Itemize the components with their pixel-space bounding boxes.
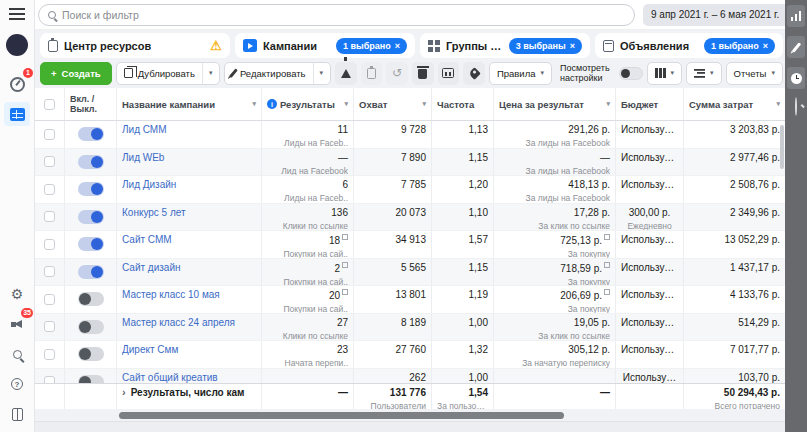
campaigns-selected-pill[interactable]: 1 выбрано × (336, 38, 407, 54)
duplicate-button[interactable]: Дублировать ▾ (116, 62, 221, 85)
campaign-name-link[interactable]: Сайт СММ (122, 231, 256, 246)
row-checkbox[interactable] (44, 294, 55, 305)
rules-button[interactable]: Правила ▾ (489, 62, 552, 85)
campaign-toggle[interactable] (78, 210, 104, 224)
campaign-name-link[interactable]: Мастер класс 10 мая (122, 286, 256, 301)
row-checkbox[interactable] (44, 349, 55, 360)
campaign-name-link[interactable]: Мастер класс 24 апреля (122, 314, 256, 329)
sidebar-item-settings[interactable]: ⚙ (4, 282, 30, 306)
sort-caret-icon[interactable]: ▾ (422, 100, 426, 108)
sort-caret-icon[interactable]: ▾ (776, 100, 780, 108)
table-row[interactable]: Лид WEb — Лид на Facebook 7 890 1,15 — З… (35, 149, 785, 177)
search-filter-box[interactable] (38, 4, 635, 26)
search-input[interactable] (62, 9, 625, 21)
header-budget[interactable]: Бюджет (616, 88, 684, 120)
delete-button[interactable] (412, 62, 434, 85)
sidebar-item-campaigns-view[interactable] (4, 102, 30, 126)
table-row[interactable]: Сайт общий креатив 262 1,00 Использу… 10… (35, 369, 785, 384)
sort-caret-icon[interactable]: ▾ (344, 100, 348, 108)
header-frequency[interactable]: Частота (432, 88, 494, 120)
header-cost-per-result[interactable]: Цена за результат ▾ (494, 88, 616, 120)
edit-panel-button[interactable] (787, 36, 805, 58)
table-row[interactable]: Директ Смм 23 Начата перепи.. 27 760 1,3… (35, 341, 785, 369)
ab-test-button[interactable] (335, 62, 357, 85)
reports-button[interactable]: Отчеты ▾ (726, 62, 783, 85)
close-icon[interactable]: × (395, 41, 400, 51)
campaign-name-link[interactable]: Лид Дизайн (122, 176, 256, 191)
campaign-toggle[interactable] (78, 127, 104, 141)
row-checkbox[interactable] (44, 184, 55, 195)
breakdown-button[interactable]: ▾ (686, 62, 722, 85)
table-row[interactable]: Сайт дизайн 2 Покупки на сай.. 5 565 1,1… (35, 259, 785, 287)
header-results[interactable]: i Результаты ▾ (262, 88, 354, 120)
header-reach[interactable]: Охват ▾ (354, 88, 432, 120)
header-campaign-name[interactable]: Название кампании ▾ (117, 88, 262, 120)
table-row[interactable]: Мастер класс 10 мая 20 Покупки на сай.. … (35, 286, 785, 314)
campaign-toggle[interactable] (78, 182, 104, 196)
row-checkbox[interactable] (44, 239, 55, 250)
row-checkbox[interactable] (44, 129, 55, 140)
campaign-toggle[interactable] (78, 375, 104, 383)
sidebar-item-ads-manager[interactable]: 1 (4, 72, 30, 96)
campaign-toggle[interactable] (78, 320, 104, 334)
row-checkbox[interactable] (44, 376, 55, 383)
select-all-checkbox[interactable] (44, 99, 55, 110)
table-row[interactable]: Сайт СММ 18 Покупки на сай.. 34 913 1,57… (35, 231, 785, 259)
undo-button[interactable]: ↺ (386, 62, 408, 85)
copy-to-clipboard-button[interactable] (361, 62, 383, 85)
table-row[interactable]: Мастер класс 24 апреля 27 Клики по ссылк… (35, 314, 785, 342)
chevron-down-icon[interactable]: ▾ (320, 69, 324, 77)
sidebar-item-help[interactable]: ? (4, 372, 30, 396)
campaign-name-link[interactable]: Сайт дизайн (122, 259, 256, 274)
preview-button[interactable] (438, 62, 460, 85)
view-settings-toggle[interactable] (619, 67, 643, 80)
row-checkbox[interactable] (44, 156, 55, 167)
columns-button[interactable]: ▾ (647, 62, 683, 85)
header-spent[interactable]: Сумма затрат ▾ (684, 88, 785, 120)
campaign-toggle[interactable] (78, 155, 104, 169)
horizontal-scrollbar[interactable] (119, 412, 564, 419)
tab-campaigns[interactable]: Кампании 1 выбрано × (235, 33, 415, 58)
close-icon[interactable]: × (763, 41, 768, 51)
sort-caret-icon[interactable]: ▾ (252, 100, 256, 108)
campaign-name-link[interactable]: Сайт общий креатив (122, 369, 256, 384)
history-panel-button[interactable] (787, 67, 805, 89)
edit-button[interactable]: Редактировать ▾ (224, 62, 331, 85)
table-row[interactable]: Конкурс 5 лет 136 Клики по ссылке 20 073… (35, 204, 785, 232)
ads-selected-pill[interactable]: 1 выбрано × (704, 38, 775, 54)
row-checkbox[interactable] (44, 321, 55, 332)
chevron-down-icon: ▾ (710, 69, 714, 77)
chevron-down-icon[interactable]: ▾ (209, 69, 213, 77)
row-checkbox[interactable] (44, 266, 55, 277)
chevron-right-icon[interactable]: › (122, 387, 126, 398)
tab-ads[interactable]: Объявления 1 выбрано × (595, 33, 783, 58)
close-icon[interactable]: × (570, 41, 575, 51)
sidebar-item-search[interactable] (4, 342, 30, 366)
campaign-name-link[interactable]: Конкурс 5 лет (122, 204, 256, 219)
create-button[interactable]: + Создать (40, 62, 112, 85)
tags-button[interactable] (463, 62, 485, 85)
menu-icon[interactable] (9, 8, 25, 20)
resource-center-card[interactable]: Центр ресурсов ⚠ (40, 33, 230, 58)
campaign-toggle[interactable] (78, 292, 104, 306)
date-range-picker[interactable]: 9 апр 2021 г. – 6 мая 2021 г. ▾ (643, 4, 797, 26)
sort-caret-icon[interactable]: ▾ (606, 100, 610, 108)
campaign-name-link[interactable]: Директ Смм (122, 341, 256, 356)
table-vertical-scrollbar[interactable] (780, 125, 784, 169)
charts-panel-button[interactable] (787, 5, 805, 27)
tab-ad-sets[interactable]: Группы объявле... 3 выбраны × (420, 33, 590, 58)
table-row[interactable]: Лид СММ 11 Лиды на Faceb.. 9 728 1,13 29… (35, 121, 785, 149)
info-icon[interactable]: i (267, 99, 277, 109)
row-checkbox[interactable] (44, 211, 55, 222)
avatar[interactable] (6, 34, 28, 56)
campaign-toggle[interactable] (78, 265, 104, 279)
ad-sets-selected-pill[interactable]: 3 выбраны × (509, 38, 582, 54)
campaign-toggle[interactable] (78, 237, 104, 251)
campaign-name-link[interactable]: Лид СММ (122, 121, 256, 136)
sidebar-item-billing[interactable] (4, 402, 30, 426)
search-panel-button[interactable] (795, 98, 797, 116)
campaign-name-link[interactable]: Лид WEb (122, 149, 256, 164)
campaign-toggle[interactable] (78, 347, 104, 361)
sidebar-item-announcements[interactable]: 35 (4, 312, 30, 336)
table-row[interactable]: Лид Дизайн 6 Лиды на Faceb.. 7 785 1,20 … (35, 176, 785, 204)
